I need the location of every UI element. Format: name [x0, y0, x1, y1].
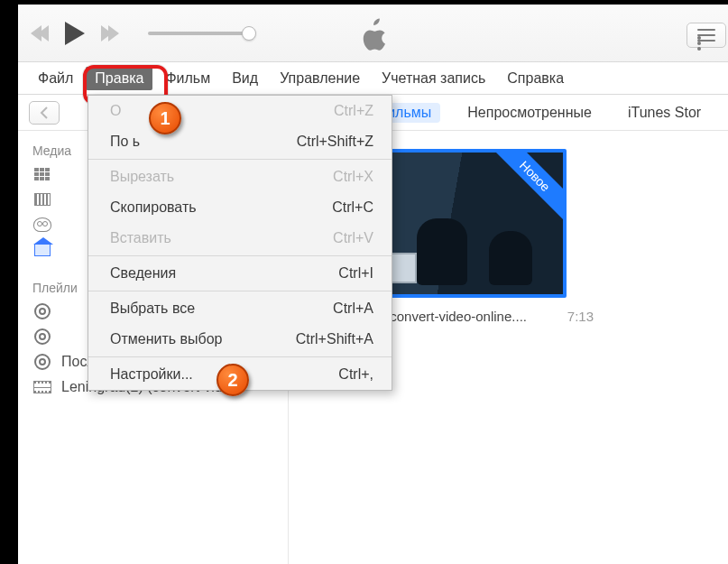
play-button[interactable] — [65, 22, 85, 45]
next-button[interactable] — [101, 25, 115, 42]
annotation-bubble-2: 2 — [217, 364, 249, 396]
menu-deselect[interactable]: Отменить выборCtrl+Shift+A — [88, 324, 392, 355]
edit-dropdown: ОCtrl+Z По ьCtrl+Shift+Z ВырезатьCtrl+X … — [88, 95, 392, 391]
gear-icon — [32, 328, 52, 345]
grid-icon — [32, 166, 52, 182]
mask-icon — [32, 217, 52, 233]
menu-info[interactable]: СведенияCtrl+I — [88, 258, 392, 289]
menu-undo[interactable]: ОCtrl+Z — [88, 96, 392, 126]
prev-button[interactable] — [34, 25, 49, 42]
menubar: Файл Правка Фильм Вид Управление Учетная… — [18, 62, 728, 95]
back-button[interactable] — [29, 101, 60, 125]
menu-help[interactable]: Справка — [498, 67, 573, 90]
menu-control[interactable]: Управление — [271, 67, 369, 90]
track-duration: 7:13 — [567, 309, 594, 324]
view-mode-button[interactable] — [687, 23, 726, 48]
gear-icon — [32, 354, 52, 370]
tab-itunes-store[interactable]: iTunes Stor — [619, 103, 710, 123]
home-icon — [32, 242, 52, 258]
menu-copy[interactable]: СкопироватьCtrl+C — [88, 192, 392, 223]
menu-edit[interactable]: Правка — [86, 67, 152, 90]
menu-view[interactable]: Вид — [223, 67, 267, 90]
menu-paste[interactable]: ВставитьCtrl+V — [88, 223, 392, 254]
tab-unwatched[interactable]: Непросмотренные — [458, 103, 601, 123]
menu-movie[interactable]: Фильм — [156, 67, 219, 90]
volume-thumb[interactable] — [242, 26, 256, 41]
gear-icon — [32, 303, 52, 319]
menu-redo[interactable]: По ьCtrl+Shift+Z — [88, 126, 392, 157]
volume-slider[interactable] — [148, 32, 249, 35]
apple-logo-icon — [358, 17, 389, 57]
film-icon — [32, 191, 52, 208]
menu-select-all[interactable]: Выбрать всеCtrl+A — [88, 293, 392, 324]
menu-cut[interactable]: ВырезатьCtrl+X — [88, 162, 392, 192]
menu-file[interactable]: Файл — [29, 67, 82, 90]
player-toolbar — [18, 5, 728, 62]
strip-icon — [32, 379, 52, 395]
list-icon — [697, 29, 715, 42]
annotation-bubble-1: 1 — [149, 102, 181, 134]
menu-account[interactable]: Учетная запись — [373, 67, 494, 90]
